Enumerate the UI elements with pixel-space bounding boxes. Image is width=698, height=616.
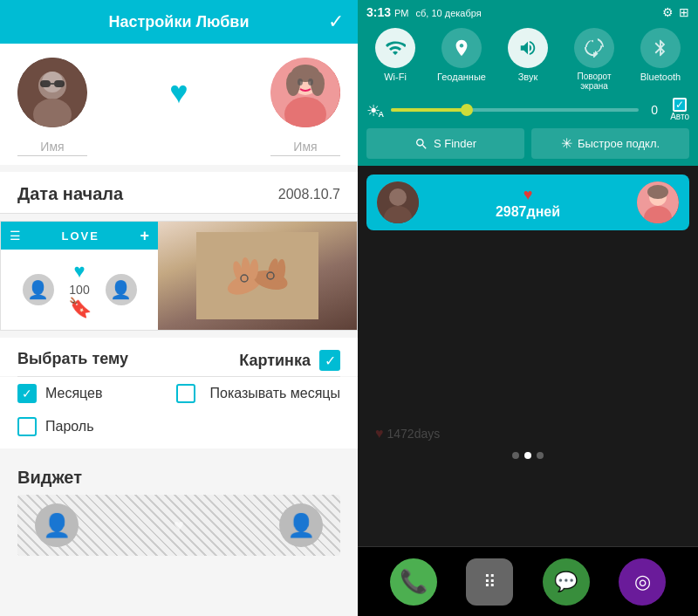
months-checkbox[interactable]: ✓: [17, 384, 37, 403]
love-avatar-right-svg: [637, 181, 679, 223]
svg-rect-5: [54, 80, 65, 87]
love-widget-right: ♥ 2987дней: [366, 175, 689, 230]
svg-point-14: [308, 79, 313, 86]
widget-section: Виджет 👤 ♥ 👤: [0, 455, 358, 563]
image-checkbox[interactable]: ✓: [319, 350, 340, 371]
spacer-1: [0, 448, 358, 455]
brightness-handle[interactable]: [461, 104, 473, 116]
person-right-icon: 👤: [106, 274, 137, 305]
bluetooth-toggle[interactable]: Bluetooth: [632, 28, 689, 91]
quick-connect-button[interactable]: ✳ Быстрое подкл.: [531, 128, 689, 159]
love-label: LOVE: [62, 229, 99, 243]
love-heart-icon: ♥: [73, 260, 85, 283]
date-section: Дата начала 2008.10.7: [0, 172, 358, 214]
avatar-left[interactable]: [17, 58, 87, 127]
geo-svg: [452, 38, 471, 58]
geo-toggle[interactable]: Геоданные: [433, 28, 490, 91]
theme-label: Выбрать тему: [17, 350, 128, 371]
brightness-icon-wrapper: ☀ A: [366, 101, 384, 119]
checkbox-months: ✓ Месяцев Показывать месяцы: [0, 377, 358, 410]
dot-1[interactable]: [512, 452, 519, 459]
date-value[interactable]: 2008.10.7: [278, 187, 340, 202]
sfinder-button[interactable]: S Finder: [366, 128, 524, 159]
heart-icon: ♥: [169, 74, 188, 111]
left-panel: Настройки Любви ✓ ♥: [0, 0, 358, 616]
love-avatar-left: [377, 181, 419, 223]
name-left[interactable]: Имя: [17, 140, 87, 156]
quick-icons-row: Wi-Fi Геоданные Звук: [366, 28, 689, 91]
days-small-text: 1472days: [387, 427, 441, 441]
time-section: 3:13 PM сб, 10 декабря: [366, 5, 482, 19]
love-body: 👤 ♥ 100 🔖 👤: [1, 250, 158, 330]
sound-icon-circle: [508, 28, 548, 68]
profiles-section: ♥: [0, 44, 358, 136]
gear-icon[interactable]: ⚙: [662, 5, 674, 19]
rotate-label: Поворотэкрана: [578, 72, 612, 91]
status-date: сб, 10 декабря: [416, 8, 482, 18]
image-label: Картинка: [239, 352, 311, 370]
left-header: Настройки Любви ✓: [0, 0, 358, 44]
checkbox-password: Пароль: [0, 410, 358, 448]
love-avatar-right: [637, 181, 679, 223]
wifi-label: Wi-Fi: [384, 72, 407, 82]
dot-2[interactable]: [524, 452, 531, 459]
avatar-right-face: [270, 58, 340, 127]
status-time: 3:13: [366, 5, 391, 19]
quick-panel: Wi-Fi Геоданные Звук: [358, 21, 698, 166]
status-ampm: PM: [394, 8, 409, 18]
search-icon: [414, 137, 428, 151]
camera-icon[interactable]: ◎: [619, 558, 666, 606]
rotate-icon-circle: [574, 28, 614, 68]
password-checkbox[interactable]: [17, 417, 37, 436]
wifi-svg: [385, 38, 406, 58]
love-count-block: ♥ 100 🔖: [68, 260, 92, 319]
name-right[interactable]: Имя: [270, 140, 340, 156]
widget-heart-icon: ♥: [174, 516, 184, 536]
dock: 📞 ⠿ 💬 ◎: [358, 546, 698, 616]
show-months-checkbox[interactable]: [176, 384, 195, 403]
rotate-toggle[interactable]: Поворотэкрана: [565, 28, 623, 91]
finder-row: S Finder ✳ Быстрое подкл.: [366, 128, 689, 159]
phone-icon[interactable]: 📞: [390, 558, 437, 606]
auto-checkbox[interactable]: ✓: [673, 98, 687, 112]
rotate-svg: [585, 38, 604, 58]
wifi-toggle[interactable]: Wi-Fi: [366, 28, 424, 91]
geo-icon-circle: [441, 28, 482, 68]
show-months-label: Показывать месяцы: [209, 386, 340, 401]
avatar-right[interactable]: [270, 58, 340, 127]
love-days-center: ♥ 2987дней: [496, 186, 560, 220]
brightness-slider[interactable]: [391, 108, 639, 112]
months-check-icon: ✓: [22, 387, 32, 400]
person-left-icon: 👤: [23, 274, 54, 305]
days-small-heart: ♥: [375, 426, 384, 441]
hands-svg: [196, 232, 318, 319]
settings-row: Выбрать тему Картинка ✓: [0, 338, 358, 376]
wifi-icon-circle: [375, 28, 415, 68]
brightness-row: ☀ A 0 ✓ Авто: [366, 98, 689, 121]
days-small: ♥ 1472days: [375, 426, 440, 441]
add-button[interactable]: +: [140, 227, 149, 245]
avatar-left-face: [17, 58, 87, 127]
apps-icon[interactable]: ⠿: [466, 558, 513, 606]
date-label: Дата начала: [17, 184, 123, 204]
widget-area: ♥ 2987дней ♥ 1472days: [358, 166, 698, 546]
svg-point-13: [298, 79, 303, 86]
love-widget: ☰ LOVE + 👤 ♥ 100 🔖 👤: [0, 221, 358, 331]
grid-icon[interactable]: ⊞: [679, 5, 689, 19]
sfinder-label: S Finder: [434, 137, 476, 150]
brightness-fill: [391, 108, 465, 112]
confirm-button[interactable]: ✓: [328, 10, 344, 33]
widget-preview: 👤 ♥ 👤: [17, 495, 340, 556]
messages-icon[interactable]: 💬: [543, 558, 590, 606]
menu-icon[interactable]: ☰: [10, 229, 21, 243]
svg-rect-4: [40, 80, 51, 87]
dot-3[interactable]: [537, 452, 544, 459]
auto-label: Авто: [670, 112, 689, 121]
password-label: Пароль: [45, 419, 94, 435]
sound-toggle[interactable]: Звук: [499, 28, 557, 91]
bluetooth-svg: [651, 38, 670, 58]
bluetooth-label: Bluetooth: [640, 72, 681, 82]
geo-label: Геоданные: [437, 72, 486, 82]
auto-toggle[interactable]: ✓ Авто: [670, 98, 689, 121]
sound-label: Звук: [518, 72, 538, 82]
